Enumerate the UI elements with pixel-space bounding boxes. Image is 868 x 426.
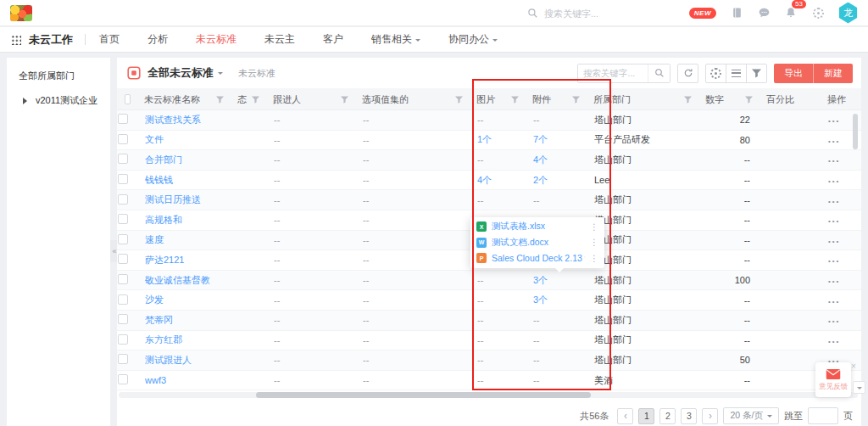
tree-expand-icon[interactable] [23, 98, 31, 104]
table-row[interactable]: 文件 -- -- 1个 7个 平台产品研发 80 [117, 131, 861, 151]
row-more-actions-icon[interactable] [828, 315, 840, 325]
row-checkbox[interactable] [118, 174, 128, 184]
record-name-link[interactable]: 钱钱钱 [145, 175, 173, 185]
hscroll-thumb[interactable] [256, 392, 591, 398]
view-chevron-down-icon[interactable] [218, 72, 223, 77]
row-checkbox[interactable] [118, 154, 128, 164]
column-header[interactable]: 操作 [827, 88, 861, 110]
attachment-item[interactable]: P Sales Cloud Deck 2.13 with s... [470, 250, 604, 266]
settings-gear-icon[interactable] [811, 6, 825, 20]
row-more-actions-icon[interactable] [828, 275, 840, 285]
filter-icon[interactable] [252, 96, 259, 104]
cell-pictures[interactable]: -- [476, 275, 532, 285]
feedback-widget[interactable]: 意见反馈 [815, 362, 851, 397]
row-checkbox[interactable] [118, 194, 128, 205]
table-row[interactable]: 测试查找关系 -- -- -- -- 塔山部门 22 [117, 110, 861, 131]
row-checkbox[interactable] [118, 134, 128, 144]
user-avatar[interactable]: 龙 [838, 3, 858, 24]
feedback-collapse-button[interactable] [853, 381, 865, 394]
table-row[interactable]: 沙发 -- -- -- 3个 塔山部门 -- [117, 290, 861, 311]
record-name-link[interactable]: 梵蒂冈 [145, 315, 173, 325]
horizontal-scrollbar[interactable] [119, 392, 858, 398]
row-checkbox[interactable] [118, 314, 128, 324]
attachment-name-link[interactable]: Sales Cloud Deck 2.13 with s... [492, 253, 585, 263]
row-checkbox[interactable] [118, 214, 128, 224]
table-row[interactable]: 测试日历推送 -- -- -- -- 塔山部门 -- [117, 190, 861, 210]
row-more-actions-icon[interactable] [828, 335, 840, 345]
column-header[interactable]: 图片 [476, 88, 532, 110]
cell-attachments[interactable]: 2个 [532, 174, 593, 187]
row-more-actions-icon[interactable] [828, 195, 840, 205]
nav-item[interactable]: 未云标准 [196, 32, 236, 47]
cell-attachments[interactable]: 3个 [532, 294, 593, 306]
attachment-menu-icon[interactable] [590, 238, 598, 247]
cell-pictures[interactable]: 4个 [476, 174, 532, 187]
row-more-actions-icon[interactable] [828, 154, 840, 165]
refresh-button[interactable] [677, 64, 698, 83]
record-name-link[interactable]: 东方红郡 [145, 334, 182, 345]
table-row[interactable]: 测试跟进人 -- -- -- -- 塔山部门 50 [117, 350, 861, 371]
table-row[interactable]: 梵蒂冈 -- -- -- -- 塔山部门 -- [117, 311, 861, 331]
nav-item[interactable]: 首页 [99, 32, 120, 47]
cell-pictures[interactable]: 1个 [476, 133, 532, 146]
row-more-actions-icon[interactable] [828, 215, 840, 225]
cell-pictures[interactable]: -- [476, 355, 532, 365]
attachment-name-link[interactable]: 测试文档.docx [492, 237, 585, 249]
row-density-button[interactable] [726, 64, 747, 83]
row-more-actions-icon[interactable] [828, 295, 840, 305]
row-checkbox[interactable] [118, 114, 128, 124]
table-row[interactable]: 钱钱钱 -- -- 4个 2个 Lee -- [117, 171, 861, 191]
table-row[interactable]: wwf3 -- -- -- -- 美酒 -- [117, 371, 861, 391]
view-subtitle[interactable]: 未云标准 [238, 67, 275, 80]
table-row[interactable]: 东方红郡 -- -- -- -- 塔山部门 -- [117, 331, 861, 351]
attachment-menu-icon[interactable] [590, 254, 598, 263]
row-checkbox[interactable] [118, 334, 128, 345]
nav-item[interactable]: 协同办公 [448, 32, 498, 47]
row-checkbox[interactable] [118, 254, 128, 264]
cell-attachments[interactable]: -- [532, 315, 593, 325]
attachment-menu-icon[interactable] [590, 222, 598, 232]
record-name-link[interactable]: 敬业诚信基督教 [145, 275, 210, 285]
filter-icon[interactable] [455, 96, 463, 104]
app-grid-icon[interactable] [11, 35, 21, 45]
cell-pictures[interactable]: -- [476, 335, 532, 345]
column-header[interactable]: 数字 [705, 88, 766, 110]
filter-icon[interactable] [745, 96, 753, 104]
jump-page-input[interactable] [808, 407, 838, 424]
record-name-link[interactable]: 测试查找关系 [145, 115, 201, 125]
next-page-button[interactable]: › [702, 408, 718, 424]
messages-icon[interactable] [757, 6, 771, 20]
column-header[interactable]: 附件 [532, 88, 593, 110]
table-row[interactable]: 合并部门 -- -- -- 4个 塔山部门 -- [117, 150, 861, 171]
nav-item[interactable]: 分析 [147, 32, 168, 47]
column-header[interactable]: 选项值集的 [362, 88, 476, 110]
company-logo[interactable] [10, 5, 32, 21]
cell-pictures[interactable]: -- [476, 195, 532, 205]
column-header[interactable]: 未云标准名称 [144, 88, 237, 110]
filter-button[interactable] [746, 64, 767, 83]
row-more-actions-icon[interactable] [828, 235, 840, 245]
column-header[interactable]: 跟进人 [273, 88, 362, 110]
column-header[interactable]: 态 [237, 88, 273, 110]
global-search-input[interactable] [544, 8, 646, 19]
cell-attachments[interactable]: 7个 [532, 133, 593, 146]
row-checkbox[interactable] [118, 274, 128, 284]
record-name-link[interactable]: wwf3 [145, 375, 166, 385]
column-header[interactable]: 所属部门 [593, 88, 705, 110]
cell-pictures[interactable]: -- [476, 375, 532, 385]
list-search-input[interactable] [578, 64, 648, 82]
global-search[interactable] [527, 0, 646, 26]
new-badge[interactable]: NEW [689, 8, 716, 19]
nav-item[interactable]: 未云主 [264, 32, 295, 47]
record-name-link[interactable]: 速度 [145, 234, 164, 244]
record-name-link[interactable]: 测试跟进人 [145, 355, 192, 365]
row-checkbox[interactable] [118, 294, 128, 305]
record-name-link[interactable]: 合并部门 [145, 154, 182, 165]
column-header[interactable]: 百分比 [766, 88, 827, 110]
record-name-link[interactable]: 沙发 [145, 294, 164, 305]
attachment-item[interactable]: W 测试文档.docx [470, 235, 604, 251]
filter-icon[interactable] [511, 96, 519, 104]
record-name-link[interactable]: 测试日历推送 [145, 194, 201, 205]
attachment-name-link[interactable]: 测试表格.xlsx [492, 221, 585, 233]
select-all-checkbox[interactable] [125, 94, 131, 104]
